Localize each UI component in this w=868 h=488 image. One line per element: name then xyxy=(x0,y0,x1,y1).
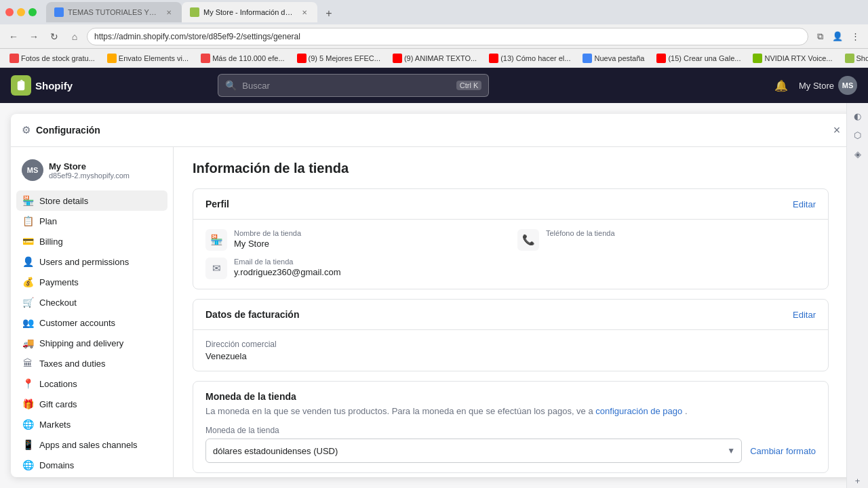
back-button[interactable]: ← xyxy=(5,28,22,45)
tab-favicon-1 xyxy=(54,7,64,17)
nav-item-users[interactable]: 👤 Users and permissions xyxy=(16,251,167,272)
nav-label-markets: Markets xyxy=(39,420,71,430)
currency-label: Moneda de la tienda xyxy=(205,426,816,435)
rail-icon-2[interactable]: ⬡ xyxy=(850,127,865,142)
profile-card-header: Perfil Editar xyxy=(193,189,828,220)
nav-item-shipping[interactable]: 🚚 Shipping and delivery xyxy=(16,333,167,353)
nav-label-customer-accounts: Customer accounts xyxy=(39,318,115,328)
phone-label: Teléfono de la tienda xyxy=(546,229,615,237)
store-details-icon: 🏪 xyxy=(22,195,34,206)
shipping-icon: 🚚 xyxy=(22,338,34,348)
bookmark-favicon-10 xyxy=(845,54,854,63)
bookmark-label-3: Más de 110.000 efe... xyxy=(212,54,284,62)
payment-config-link[interactable]: configuración de pago xyxy=(595,406,682,416)
search-placeholder: Buscar xyxy=(242,81,269,91)
browser-tab-2[interactable]: My Store - Información de la tie... ✕ xyxy=(182,2,317,22)
settings-close-button[interactable]: × xyxy=(827,121,846,140)
bookmark-5[interactable]: (9) ANIMAR TEXTO... xyxy=(389,52,481,64)
maximize-window-button[interactable] xyxy=(28,8,37,16)
bookmark-favicon-7 xyxy=(583,54,592,63)
home-button[interactable]: ⌂ xyxy=(66,28,83,45)
currency-select-wrapper: dólares estadounidenses (USD) ▼ xyxy=(205,439,742,463)
tab-close-2[interactable]: ✕ xyxy=(300,7,309,17)
address-text: https://admin.shopify.com/store/d85ef9-2… xyxy=(94,32,300,41)
bookmark-label-6: (13) Cómo hacer el... xyxy=(500,54,570,62)
rail-icon-3[interactable]: ◈ xyxy=(850,146,865,161)
nav-item-billing[interactable]: 💳 Billing xyxy=(16,231,167,251)
currency-card-header-area: Moneda de la tienda La moneda en la que … xyxy=(193,382,828,426)
phone-field-icon: 📞 xyxy=(517,229,539,251)
new-tab-button[interactable]: + xyxy=(320,5,338,22)
nav-item-customer-accounts[interactable]: 👥 Customer accounts xyxy=(16,312,167,333)
bookmark-4[interactable]: (9) 5 Mejores EFEC... xyxy=(293,52,384,64)
store-name-label: Nombre de la tienda xyxy=(234,229,301,237)
shopify-topbar: Shopify 🔍 Buscar Ctrl K 🔔 My Store MS xyxy=(0,68,868,103)
billing-edit-button[interactable]: Editar xyxy=(793,310,816,320)
change-format-button[interactable]: Cambiar formato xyxy=(750,446,816,456)
users-icon: 👤 xyxy=(22,256,34,267)
store-avatar: MS xyxy=(838,76,857,95)
bookmark-8[interactable]: (15) Crear una Gale... xyxy=(652,52,745,64)
profile-button[interactable]: 👤 xyxy=(830,29,845,44)
bookmarks-bar: Fotos de stock gratu... Envato Elements … xyxy=(0,49,868,68)
page-title: Información de la tienda xyxy=(193,161,829,176)
nav-item-gift-cards[interactable]: 🎁 Gift cards xyxy=(16,394,167,414)
right-rail: ◐ ⬡ ◈ + xyxy=(846,103,868,488)
billing-address-label: Dirección comercial xyxy=(205,340,816,349)
nav-label-taxes: Taxes and duties xyxy=(39,359,106,369)
currency-select[interactable]: dólares estadounidenses (USD) xyxy=(205,439,742,463)
store-name-field: 🏪 Nombre de la tienda My Store xyxy=(205,229,504,251)
nav-item-customer-events[interactable]: 📊 Customer events xyxy=(16,475,167,477)
window-controls xyxy=(5,8,37,16)
address-bar[interactable]: https://admin.shopify.com/store/d85ef9-2… xyxy=(87,28,808,45)
bookmark-3[interactable]: Más de 110.000 efe... xyxy=(197,52,288,64)
bookmark-favicon-3 xyxy=(201,54,210,63)
profile-edit-button[interactable]: Editar xyxy=(793,199,816,209)
tab-label-1: TEMAS TUTORIALES YONATHA... xyxy=(68,8,160,16)
bookmark-2[interactable]: Envato Elements vi... xyxy=(103,52,193,64)
bookmark-label-5: (9) ANIMAR TEXTO... xyxy=(404,54,477,62)
minimize-window-button[interactable] xyxy=(17,8,25,16)
phone-field: 📞 Teléfono de la tienda xyxy=(517,229,816,251)
nav-item-checkout[interactable]: 🛒 Checkout xyxy=(16,292,167,312)
store-menu[interactable]: My Store MS xyxy=(799,76,857,95)
bookmark-9[interactable]: NVIDIA RTX Voice... xyxy=(749,52,836,64)
email-field-icon: ✉ xyxy=(205,258,227,279)
profile-card: Perfil Editar 🏪 Nombre de la tienda xyxy=(193,188,829,289)
reload-button[interactable]: ↻ xyxy=(46,28,62,45)
markets-icon: 🌐 xyxy=(22,419,34,430)
settings-panel: ⚙ Configuración × MS xyxy=(11,114,857,477)
tab-close-1[interactable]: ✕ xyxy=(164,7,174,17)
browser-actions: ⧉ 👤 ⋮ xyxy=(812,29,863,44)
nav-item-domains[interactable]: 🌐 Domains xyxy=(16,455,167,475)
nav-item-plan[interactable]: 📋 Plan xyxy=(16,211,167,231)
nav-item-store-details[interactable]: 🏪 Store details xyxy=(16,190,167,211)
close-window-button[interactable] xyxy=(5,8,14,16)
locations-icon: 📍 xyxy=(22,378,34,389)
taxes-icon: 🏛 xyxy=(22,358,34,369)
rail-icon-1[interactable]: ◐ xyxy=(850,108,865,123)
nav-label-gift-cards: Gift cards xyxy=(39,399,77,409)
forward-button[interactable]: → xyxy=(26,28,42,45)
extensions-button[interactable]: ⧉ xyxy=(812,29,827,44)
nav-item-apps[interactable]: 📱 Apps and sales channels xyxy=(16,434,167,455)
browser-tab-1[interactable]: TEMAS TUTORIALES YONATHA... ✕ xyxy=(46,2,182,22)
nav-item-locations[interactable]: 📍 Locations xyxy=(16,373,167,394)
bookmark-10[interactable]: Shopify xyxy=(841,52,868,64)
nav-item-payments[interactable]: 💰 Payments xyxy=(16,272,167,292)
gift-cards-icon: 🎁 xyxy=(22,399,34,409)
search-bar[interactable]: 🔍 Buscar Ctrl K xyxy=(218,74,489,97)
tab-favicon-2 xyxy=(190,7,199,17)
menu-button[interactable]: ⋮ xyxy=(848,29,863,44)
bookmark-1[interactable]: Fotos de stock gratu... xyxy=(5,52,99,64)
shopify-logo: Shopify xyxy=(11,75,73,96)
email-field: ✉ Email de la tienda y.rodriguez360@gmai… xyxy=(205,258,816,279)
rail-icon-4[interactable]: + xyxy=(850,473,865,488)
nav-item-taxes[interactable]: 🏛 Taxes and duties xyxy=(16,353,167,373)
nav-item-markets[interactable]: 🌐 Markets xyxy=(16,414,167,434)
sidebar-store-name: My Store xyxy=(49,161,130,171)
bookmark-6[interactable]: (13) Cómo hacer el... xyxy=(485,52,574,64)
notifications-icon[interactable]: 🔔 xyxy=(772,76,791,95)
bookmark-7[interactable]: Nueva pestaña xyxy=(578,52,648,64)
email-value: y.rodriguez360@gmail.com xyxy=(234,267,340,277)
